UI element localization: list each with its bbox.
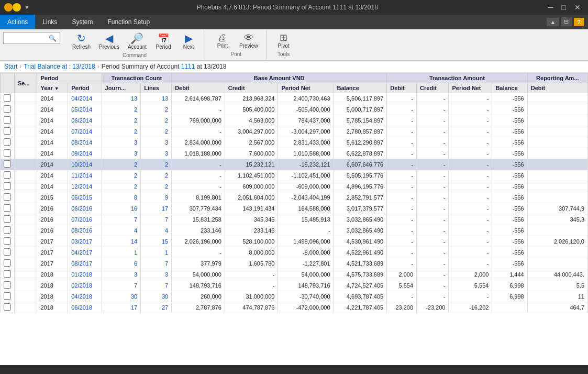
table-cell[interactable] bbox=[1, 104, 15, 115]
row-checkbox[interactable] bbox=[4, 281, 11, 289]
table-cell[interactable] bbox=[1, 247, 15, 258]
row-checkbox[interactable] bbox=[4, 160, 11, 168]
period-button[interactable]: 📅 Period bbox=[151, 32, 175, 51]
table-cell[interactable] bbox=[1, 214, 15, 225]
table-cell[interactable] bbox=[1, 302, 15, 313]
table-cell: 15 bbox=[141, 236, 172, 247]
table-cell: -556 bbox=[492, 247, 527, 258]
preview-button[interactable]: 👁 Preview bbox=[236, 31, 262, 50]
breadcrumb-start[interactable]: Start bbox=[4, 63, 17, 70]
table-cell[interactable] bbox=[1, 137, 15, 148]
table-cell: 5,554 bbox=[449, 280, 492, 291]
row-checkbox[interactable] bbox=[4, 237, 11, 245]
table-cell: - bbox=[417, 115, 449, 126]
pivot-button[interactable]: ⊞ Pivot bbox=[272, 31, 296, 50]
search-box[interactable]: 🔍 bbox=[3, 32, 60, 44]
row-checkbox[interactable] bbox=[4, 105, 11, 113]
table-row: 201407/201422-3,004,297,000-3,004,297,00… bbox=[1, 126, 588, 137]
table-cell: -23,200 bbox=[417, 302, 449, 313]
table-cell: 12/2014 bbox=[68, 181, 102, 192]
table-cell: 04/2017 bbox=[68, 247, 102, 258]
row-checkbox[interactable] bbox=[4, 248, 11, 256]
row-checkbox[interactable] bbox=[4, 127, 11, 135]
row-checkbox[interactable] bbox=[4, 204, 11, 212]
row-checkbox[interactable] bbox=[4, 259, 11, 267]
table-body: 201404/201413132,614,698,787213,968,3242… bbox=[1, 93, 588, 313]
table-cell[interactable] bbox=[1, 192, 15, 203]
maximize-button[interactable]: □ bbox=[559, 2, 569, 13]
row-checkbox[interactable] bbox=[4, 149, 11, 157]
row-checkbox[interactable] bbox=[4, 226, 11, 234]
menu-item-actions[interactable]: Actions bbox=[0, 15, 35, 29]
table-cell[interactable] bbox=[1, 170, 15, 181]
help-up-button[interactable]: ▲ bbox=[547, 18, 559, 26]
subheader-period: Period bbox=[68, 83, 102, 93]
subheader-credit2: Credit bbox=[417, 83, 449, 93]
row-checkbox[interactable] bbox=[4, 182, 11, 190]
table-cell: - bbox=[387, 126, 417, 137]
row-checkbox[interactable] bbox=[4, 116, 11, 124]
table-cell[interactable] bbox=[1, 115, 15, 126]
toolbar-tools-buttons: ⊞ Pivot bbox=[272, 31, 296, 50]
table-cell: - bbox=[387, 291, 417, 302]
subheader-balance2: Balance bbox=[492, 83, 527, 93]
table-cell[interactable] bbox=[1, 203, 15, 214]
table-cell: 2 bbox=[141, 126, 172, 137]
search-input[interactable] bbox=[7, 35, 49, 41]
table-cell: 148,793,716 bbox=[278, 280, 334, 291]
table-cell: -15,232,121 bbox=[278, 159, 334, 170]
close-button[interactable]: ✕ bbox=[571, 2, 584, 13]
table-cell: - bbox=[387, 170, 417, 181]
row-checkbox[interactable] bbox=[4, 270, 11, 278]
previous-button[interactable]: ◀ Previous bbox=[95, 31, 123, 51]
row-checkbox[interactable] bbox=[4, 171, 11, 179]
table-cell[interactable] bbox=[1, 181, 15, 192]
search-icon: 🔍 bbox=[49, 35, 57, 42]
table-cell bbox=[527, 225, 587, 236]
table-cell: 2018 bbox=[37, 280, 68, 291]
breadcrumb-account-num: 1111 bbox=[181, 63, 195, 70]
minimize-button[interactable]: ─ bbox=[545, 2, 557, 13]
table-cell[interactable] bbox=[1, 236, 15, 247]
table-cell: - bbox=[387, 181, 417, 192]
row-checkbox[interactable] bbox=[4, 94, 11, 102]
table-cell[interactable] bbox=[1, 126, 15, 137]
table-cell bbox=[15, 291, 37, 302]
menu-item-function-setup[interactable]: Function Setup bbox=[100, 15, 157, 29]
table-cell: 1,444 bbox=[492, 269, 527, 280]
table-cell: -556 bbox=[492, 126, 527, 137]
menu-item-system[interactable]: System bbox=[64, 15, 100, 29]
table-cell[interactable] bbox=[1, 280, 15, 291]
table-cell[interactable] bbox=[1, 258, 15, 269]
row-checkbox[interactable] bbox=[4, 292, 11, 300]
table-cell[interactable] bbox=[1, 269, 15, 280]
table-cell bbox=[527, 181, 587, 192]
row-checkbox[interactable] bbox=[4, 215, 11, 223]
col-base-amount-header: Base Amount VND bbox=[172, 73, 387, 83]
table-cell bbox=[492, 302, 527, 313]
table-cell[interactable] bbox=[1, 93, 15, 104]
table-cell[interactable] bbox=[1, 291, 15, 302]
breadcrumb-trial-balance[interactable]: Trial Balance at : 13/2018 bbox=[24, 63, 95, 70]
row-checkbox[interactable] bbox=[4, 138, 11, 146]
refresh-button[interactable]: ↻ Refresh bbox=[69, 31, 94, 51]
help-panel-button[interactable]: ⊟ bbox=[561, 17, 572, 26]
row-checkbox[interactable] bbox=[4, 303, 11, 311]
table-cell[interactable] bbox=[1, 225, 15, 236]
next-button[interactable]: ▶ Next bbox=[176, 31, 201, 51]
account-button[interactable]: 🔎 Account bbox=[124, 31, 150, 51]
table-cell[interactable] bbox=[1, 148, 15, 159]
table-cell: 05/2014 bbox=[68, 104, 102, 115]
table-cell: 13 bbox=[102, 93, 141, 104]
row-checkbox[interactable] bbox=[4, 193, 11, 201]
table-cell: 505,400,000 bbox=[225, 104, 278, 115]
menu-item-links[interactable]: Links bbox=[35, 15, 64, 29]
table-row: 201412/201422-609,000,000-609,000,0004,8… bbox=[1, 181, 588, 192]
table-cell: - bbox=[449, 291, 492, 302]
print-button[interactable]: 🖨 Print bbox=[210, 31, 235, 50]
table-cell: - bbox=[449, 247, 492, 258]
table-cell[interactable] bbox=[1, 159, 15, 170]
table-cell: -3,004,297,000 bbox=[278, 126, 334, 137]
help-button[interactable]: ? bbox=[574, 18, 584, 26]
table-cell: 5,505,195,776 bbox=[334, 170, 387, 181]
